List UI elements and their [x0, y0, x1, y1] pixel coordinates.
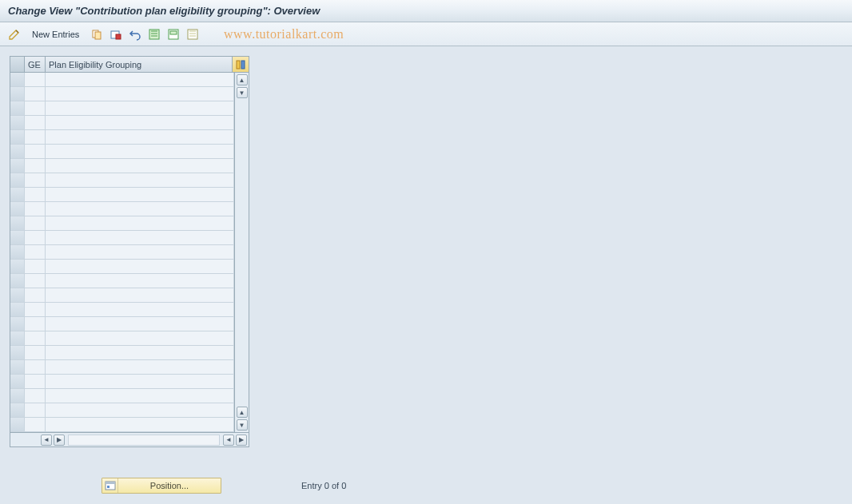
select-all-icon[interactable] [146, 26, 162, 42]
table-row[interactable] [10, 375, 234, 389]
row-selector[interactable] [10, 260, 25, 273]
cell-desc[interactable] [46, 274, 234, 288]
scroll-up-icon[interactable]: ▲ [237, 74, 248, 85]
row-selector[interactable] [10, 173, 25, 187]
row-selector[interactable] [10, 317, 25, 331]
cell-ge[interactable] [25, 389, 46, 403]
row-selector[interactable] [10, 87, 25, 101]
cell-ge[interactable] [25, 202, 46, 216]
undo-icon[interactable] [127, 26, 143, 42]
cell-desc[interactable] [46, 101, 234, 115]
table-row[interactable] [10, 245, 234, 260]
row-selector[interactable] [10, 216, 25, 230]
table-row[interactable] [10, 260, 234, 274]
scroll-down2-icon[interactable]: ▼ [237, 419, 248, 431]
cell-desc[interactable] [46, 116, 234, 129]
cell-desc[interactable] [46, 87, 234, 101]
cell-desc[interactable] [46, 260, 234, 273]
horizontal-scrollbar[interactable]: ◄ ▶ ◄ ▶ [10, 432, 249, 446]
cell-desc[interactable] [46, 159, 234, 173]
row-selector[interactable] [10, 231, 25, 244]
cell-desc[interactable] [46, 389, 234, 403]
delete-icon[interactable] [108, 26, 124, 42]
cell-desc[interactable] [46, 202, 234, 216]
table-row[interactable] [10, 130, 234, 145]
cell-desc[interactable] [46, 145, 234, 158]
select-block-icon[interactable] [165, 26, 181, 42]
cell-ge[interactable] [25, 116, 46, 129]
toggle-change-icon[interactable] [6, 26, 22, 42]
row-selector[interactable] [10, 288, 25, 302]
table-row[interactable] [10, 403, 234, 418]
table-row[interactable] [10, 274, 234, 288]
row-selector[interactable] [10, 389, 25, 403]
row-selector[interactable] [10, 101, 25, 115]
cell-desc[interactable] [46, 360, 234, 374]
cell-desc[interactable] [46, 173, 234, 187]
row-selector[interactable] [10, 403, 25, 417]
cell-desc[interactable] [46, 288, 234, 302]
cell-ge[interactable] [25, 375, 46, 388]
table-row[interactable] [10, 231, 234, 245]
cell-ge[interactable] [25, 145, 46, 158]
table-row[interactable] [10, 87, 234, 101]
row-selector[interactable] [10, 418, 25, 431]
table-row[interactable] [10, 317, 234, 331]
cell-ge[interactable] [25, 130, 46, 144]
cell-desc[interactable] [46, 403, 234, 417]
row-selector[interactable] [10, 202, 25, 216]
vertical-scrollbar[interactable]: ▲ ▼ ▲ ▼ [234, 73, 249, 432]
table-row[interactable] [10, 173, 234, 188]
cell-desc[interactable] [46, 375, 234, 388]
cell-ge[interactable] [25, 159, 46, 173]
cell-ge[interactable] [25, 403, 46, 417]
cell-ge[interactable] [25, 360, 46, 374]
table-row[interactable] [10, 346, 234, 360]
table-row[interactable] [10, 145, 234, 159]
row-selector[interactable] [10, 130, 25, 144]
cell-ge[interactable] [25, 418, 46, 431]
table-row[interactable] [10, 216, 234, 231]
scroll-down-icon[interactable]: ▼ [237, 87, 248, 98]
copy-icon[interactable] [89, 26, 105, 42]
table-row[interactable] [10, 159, 234, 173]
cell-desc[interactable] [46, 418, 234, 431]
table-row[interactable] [10, 101, 234, 116]
row-selector[interactable] [10, 73, 25, 86]
table-row[interactable] [10, 418, 234, 432]
cell-desc[interactable] [46, 130, 234, 144]
table-row[interactable] [10, 360, 234, 375]
row-selector[interactable] [10, 360, 25, 374]
deselect-all-icon[interactable] [185, 26, 201, 42]
cell-desc[interactable] [46, 73, 234, 86]
cell-ge[interactable] [25, 173, 46, 187]
cell-ge[interactable] [25, 331, 46, 345]
row-selector[interactable] [10, 145, 25, 158]
cell-ge[interactable] [25, 303, 46, 316]
cell-ge[interactable] [25, 73, 46, 86]
cell-ge[interactable] [25, 260, 46, 273]
cell-desc[interactable] [46, 346, 234, 359]
row-selector[interactable] [10, 188, 25, 201]
scroll-up2-icon[interactable]: ▲ [237, 407, 248, 418]
cell-ge[interactable] [25, 274, 46, 288]
cell-ge[interactable] [25, 231, 46, 244]
position-button[interactable]: Position... [102, 478, 221, 494]
cell-ge[interactable] [25, 216, 46, 230]
cell-ge[interactable] [25, 188, 46, 201]
table-row[interactable] [10, 188, 234, 202]
cell-desc[interactable] [46, 188, 234, 201]
row-selector[interactable] [10, 303, 25, 316]
cell-ge[interactable] [25, 346, 46, 359]
cell-ge[interactable] [25, 317, 46, 331]
row-selector[interactable] [10, 274, 25, 288]
row-selector[interactable] [10, 245, 25, 259]
cell-ge[interactable] [25, 101, 46, 115]
hscroll-track[interactable] [68, 435, 220, 446]
table-row[interactable] [10, 303, 234, 317]
cell-desc[interactable] [46, 216, 234, 230]
cell-desc[interactable] [46, 331, 234, 345]
row-selector[interactable] [10, 375, 25, 388]
table-row[interactable] [10, 202, 234, 216]
cell-ge[interactable] [25, 288, 46, 302]
